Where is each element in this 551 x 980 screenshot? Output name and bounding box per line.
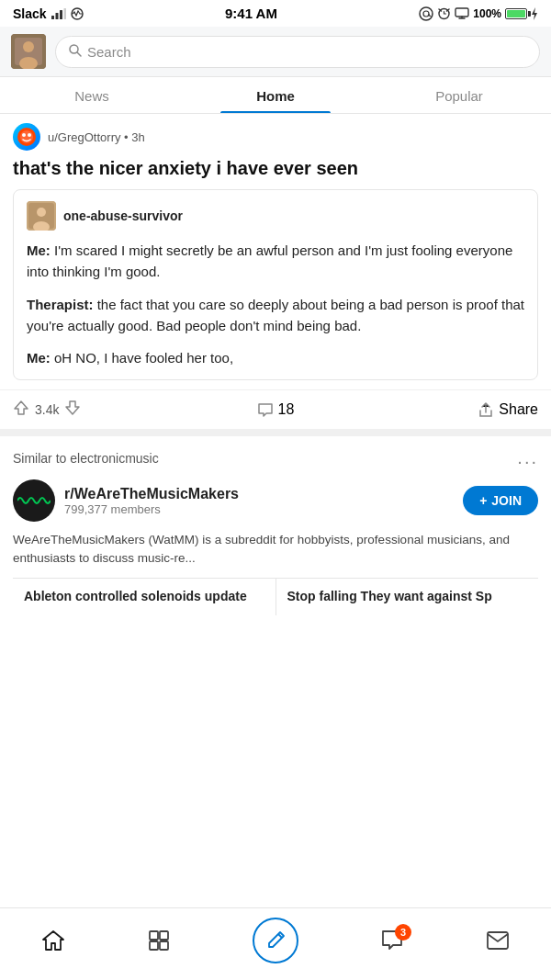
signal-icon — [51, 8, 66, 19]
battery-percent: 100% — [473, 7, 501, 20]
search-bar[interactable]: Search — [55, 36, 540, 68]
battery-icon — [505, 8, 527, 19]
community-card: r/WeAreTheMusicMakers 799,377 members + … — [13, 479, 538, 615]
comment-icon — [257, 402, 274, 418]
post-title: that's the nicer anxiety i have ever see… — [13, 156, 538, 180]
svg-rect-8 — [455, 8, 468, 17]
at-icon — [419, 6, 433, 21]
screen-icon — [455, 7, 469, 19]
card-avatar — [27, 201, 56, 231]
svg-point-20 — [37, 208, 46, 217]
downvote-button[interactable] — [64, 400, 81, 420]
mini-posts: Ableton controlled solenoids update Stop… — [13, 578, 538, 615]
app-header: Search — [0, 27, 551, 77]
card-line-2: Therapist: the fact that you care so dee… — [27, 294, 524, 337]
share-icon — [478, 401, 494, 418]
status-left: Slack — [13, 6, 84, 21]
card-username: one-abuse-survivor — [63, 208, 183, 223]
card-prefix-2: Therapist: — [27, 297, 94, 312]
card-prefix-3: Me: — [27, 350, 51, 366]
join-label: JOIN — [491, 493, 522, 508]
more-options-button[interactable]: ... — [517, 447, 538, 468]
share-label: Share — [499, 401, 538, 418]
community-members: 799,377 members — [64, 502, 454, 516]
card-text-2: the fact that you care so deeply about b… — [27, 297, 524, 333]
mini-post-2[interactable]: Stop falling They want against Sp — [276, 579, 539, 615]
join-icon: + — [479, 493, 487, 508]
vote-group: 3.4k — [13, 400, 188, 420]
post-content-card: one-abuse-survivor Me: I'm scared I migh… — [13, 189, 538, 380]
svg-rect-3 — [63, 8, 66, 19]
post-actions: 3.4k 18 Share — [0, 389, 551, 429]
card-line-1: Me: I'm scared I might secretly be an aw… — [27, 240, 524, 283]
card-author-row: one-abuse-survivor — [27, 201, 524, 231]
status-bar: Slack 9:41 AM — [0, 0, 551, 27]
card-body: Me: I'm scared I might secretly be an aw… — [27, 240, 524, 368]
post-meta: u/GregOttorry • 3h — [13, 123, 538, 151]
svg-rect-0 — [51, 16, 54, 19]
card-text-1: I'm scared I might secretly be an awful … — [27, 242, 512, 279]
user-avatar[interactable] — [11, 34, 46, 69]
upvote-icon — [13, 400, 29, 416]
card-line-3: Me: oH NO, I have fooled her too, — [27, 347, 524, 368]
status-time: 9:41 AM — [225, 6, 277, 21]
charging-icon — [531, 7, 538, 20]
similar-title: Similar to electronicmusic — [13, 451, 159, 466]
svg-point-11 — [23, 41, 34, 52]
section-divider — [0, 429, 551, 436]
similar-header: Similar to electronicmusic ... — [13, 447, 538, 468]
svg-point-17 — [28, 133, 31, 137]
svg-rect-2 — [60, 10, 62, 19]
community-icon — [13, 479, 55, 522]
community-name: r/WeAreTheMusicMakers — [64, 486, 454, 502]
svg-point-5 — [420, 7, 433, 20]
subreddit-icon — [13, 123, 40, 151]
post-area: u/GregOttorry • 3h that's the nicer anxi… — [0, 114, 551, 380]
community-description: WeAreTheMusicMakers (WatMM) is a subredd… — [13, 531, 538, 567]
nav-tabs: News Home Popular — [0, 77, 551, 114]
tab-home[interactable]: Home — [184, 77, 367, 113]
svg-point-16 — [22, 133, 26, 137]
community-info: r/WeAreTheMusicMakers 799,377 members + … — [13, 479, 538, 522]
tab-popular[interactable]: Popular — [367, 77, 551, 113]
share-group[interactable]: Share — [363, 401, 538, 418]
app-name: Slack — [13, 6, 47, 21]
card-text-3: oH NO, I have fooled her too, — [54, 350, 233, 366]
post-author: u/GregOttorry • 3h — [48, 130, 145, 144]
svg-point-6 — [423, 11, 429, 17]
similar-section: Similar to electronicmusic ... r/WeAreTh… — [0, 436, 551, 626]
community-details: r/WeAreTheMusicMakers 799,377 members — [64, 486, 454, 516]
svg-rect-1 — [55, 13, 58, 19]
search-placeholder: Search — [87, 44, 131, 60]
alarm-icon — [437, 6, 451, 20]
downvote-icon — [64, 400, 81, 416]
activity-icon — [71, 7, 84, 20]
community-wave-icon — [17, 492, 51, 509]
status-right: 100% — [419, 6, 538, 21]
vote-count: 3.4k — [35, 402, 59, 417]
mini-post-1[interactable]: Ableton controlled solenoids update — [13, 579, 276, 615]
join-button[interactable]: + JOIN — [463, 486, 538, 515]
comment-count: 18 — [278, 401, 295, 418]
card-prefix-1: Me: — [27, 242, 51, 258]
comment-group[interactable]: 18 — [188, 401, 364, 418]
upvote-button[interactable] — [13, 400, 29, 420]
tab-news[interactable]: News — [0, 77, 184, 113]
search-icon — [69, 44, 82, 60]
